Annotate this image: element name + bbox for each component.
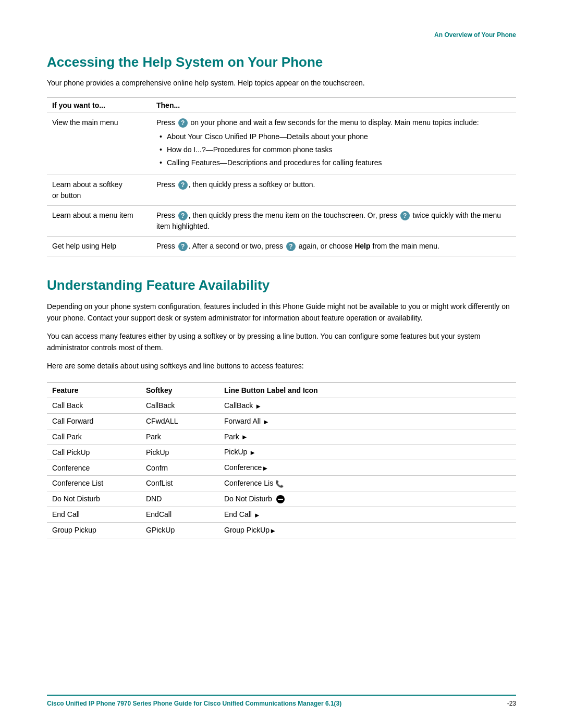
table-row: Group Pickup GPickUp Group PickUp► xyxy=(47,522,516,538)
table-row: Call PickUp PickUp PickUp ► xyxy=(47,445,516,460)
section2-title: Understanding Feature Availability xyxy=(47,277,516,293)
softkey-name: GPickUp xyxy=(141,522,219,538)
table-row: Conference Confrn Conference► xyxy=(47,460,516,476)
softkey-name: CallBack xyxy=(141,398,219,413)
chapter-header-text: An Overview of Your Phone xyxy=(434,31,516,39)
line-button-label: Group PickUp► xyxy=(219,522,516,538)
bullet-item-1: About Your Cisco Unified IP Phone—Detail… xyxy=(156,131,511,142)
line-button-label: End Call ► xyxy=(219,507,516,523)
section1-intro: Your phone provides a comprehensive onli… xyxy=(47,78,516,89)
section1: Accessing the Help System on Your Phone … xyxy=(47,54,516,256)
feature-table-col1-header: Feature xyxy=(47,382,141,398)
help-icon-3: ? xyxy=(178,211,188,220)
help-icon-1: ? xyxy=(178,118,188,128)
section1-title: Accessing the Help System on Your Phone xyxy=(47,54,516,70)
help-table: If you want to... Then... View the main … xyxy=(47,97,516,256)
feature-name: Call Back xyxy=(47,398,141,413)
feature-name: Call Park xyxy=(47,429,141,445)
section2-para2: You can access many features either by u… xyxy=(47,330,516,354)
softkey-name: Park xyxy=(141,429,219,445)
feature-name: Call Forward xyxy=(47,413,141,429)
help-table-col2-header: Then... xyxy=(151,97,516,113)
feature-name: Group Pickup xyxy=(47,522,141,538)
arrow-icon: ► xyxy=(263,418,270,426)
table-row: Call Forward CFwdALL Forward All ► xyxy=(47,413,516,429)
table-row: Call Back CallBack CallBack ► xyxy=(47,398,516,413)
feature-name: Call PickUp xyxy=(47,445,141,460)
table-row: Conference List ConfList Conference Lis … xyxy=(47,475,516,491)
table-row: Do Not Disturb DND Do Not Disturb xyxy=(47,491,516,507)
help-icon-2: ? xyxy=(178,180,188,190)
footer: Cisco Unified IP Phone 7970 Series Phone… xyxy=(47,695,516,707)
softkey-name: Confrn xyxy=(141,460,219,476)
bullet-item-2: How do I...?—Procedures for common phone… xyxy=(156,144,511,155)
table-row: Learn about a softkeyor button Press ?, … xyxy=(47,175,516,206)
section2: Understanding Feature Availability Depen… xyxy=(47,277,516,538)
softkey-name: PickUp xyxy=(141,445,219,460)
help-icon-4: ? xyxy=(400,211,410,220)
softkey-name: EndCall xyxy=(141,507,219,523)
help-col2-gethelp: Press ?. After a second or two, press ? … xyxy=(151,237,516,256)
section2-para1: Depending on your phone system configura… xyxy=(47,301,516,324)
line-button-label: Forward All ► xyxy=(219,413,516,429)
bullet-item-3: Calling Features—Descriptions and proced… xyxy=(156,157,511,168)
arrow-icon: ► xyxy=(270,527,276,535)
help-icon-6: ? xyxy=(286,242,296,251)
chapter-header: An Overview of Your Phone xyxy=(47,31,516,39)
softkey-name: DND xyxy=(141,491,219,507)
phone-icon: 📞 xyxy=(275,480,284,488)
feature-name: Conference xyxy=(47,460,141,476)
bullet-list-main: About Your Cisco Unified IP Phone—Detail… xyxy=(156,131,511,168)
section2-para3: Here are some details about using softke… xyxy=(47,360,516,372)
feature-table-col2-header: Softkey xyxy=(141,382,219,398)
help-icon-5: ? xyxy=(178,242,188,251)
softkey-name: CFwdALL xyxy=(141,413,219,429)
table-row: Call Park Park Park ► xyxy=(47,429,516,445)
line-button-label: Do Not Disturb xyxy=(219,491,516,507)
softkey-name: ConfList xyxy=(141,475,219,491)
arrow-icon: ► xyxy=(241,433,248,441)
arrow-icon: ► xyxy=(255,402,262,410)
table-row: Learn about a menu item Press ?, then qu… xyxy=(47,206,516,237)
line-button-label: CallBack ► xyxy=(219,398,516,413)
arrow-icon: ► xyxy=(249,449,256,456)
line-button-label: Conference► xyxy=(219,460,516,476)
help-col2-menuitem: Press ?, then quickly press the menu ite… xyxy=(151,206,516,237)
arrow-icon: ► xyxy=(262,464,268,472)
line-button-label: Conference Lis 📞 xyxy=(219,475,516,491)
footer-page-number: -23 xyxy=(507,700,516,707)
line-button-label: PickUp ► xyxy=(219,445,516,460)
feature-name: Conference List xyxy=(47,475,141,491)
help-col2-viewmain: Press ? on your phone and wait a few sec… xyxy=(151,113,516,175)
feature-table-col3-header: Line Button Label and Icon xyxy=(219,382,516,398)
help-table-col1-header: If you want to... xyxy=(47,97,151,113)
help-col1-gethelp: Get help using Help xyxy=(47,237,151,256)
help-col1-viewmain: View the main menu xyxy=(47,113,151,175)
feature-table: Feature Softkey Line Button Label and Ic… xyxy=(47,382,516,538)
help-col2-softkey: Press ?, then quickly press a softkey or… xyxy=(151,175,516,206)
arrow-icon: ► xyxy=(254,511,261,519)
table-row: End Call EndCall End Call ► xyxy=(47,507,516,523)
feature-name: End Call xyxy=(47,507,141,523)
help-col1-softkey: Learn about a softkeyor button xyxy=(47,175,151,206)
table-row: View the main menu Press ? on your phone… xyxy=(47,113,516,175)
dnd-icon xyxy=(276,495,285,503)
line-button-label: Park ► xyxy=(219,429,516,445)
help-col1-menuitem: Learn about a menu item xyxy=(47,206,151,237)
table-row: Get help using Help Press ?. After a sec… xyxy=(47,237,516,256)
feature-name: Do Not Disturb xyxy=(47,491,141,507)
footer-left-text: Cisco Unified IP Phone 7970 Series Phone… xyxy=(47,700,341,707)
